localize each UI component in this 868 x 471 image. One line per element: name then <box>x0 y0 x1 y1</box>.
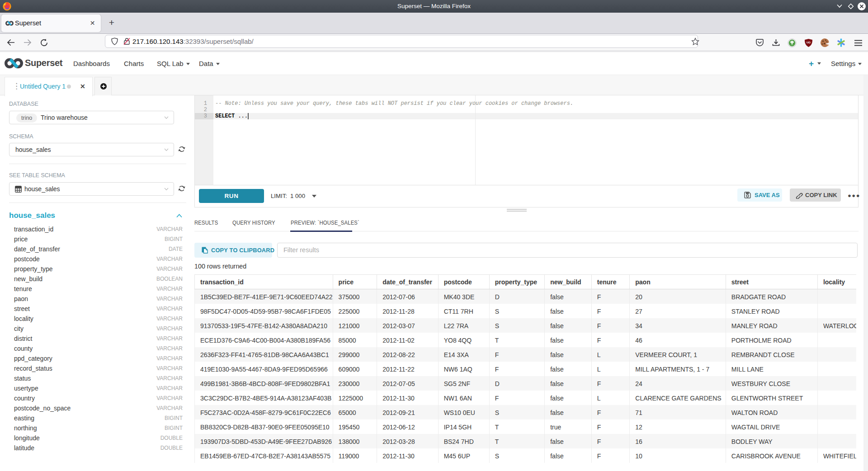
svg-text:UO: UO <box>807 41 811 44</box>
